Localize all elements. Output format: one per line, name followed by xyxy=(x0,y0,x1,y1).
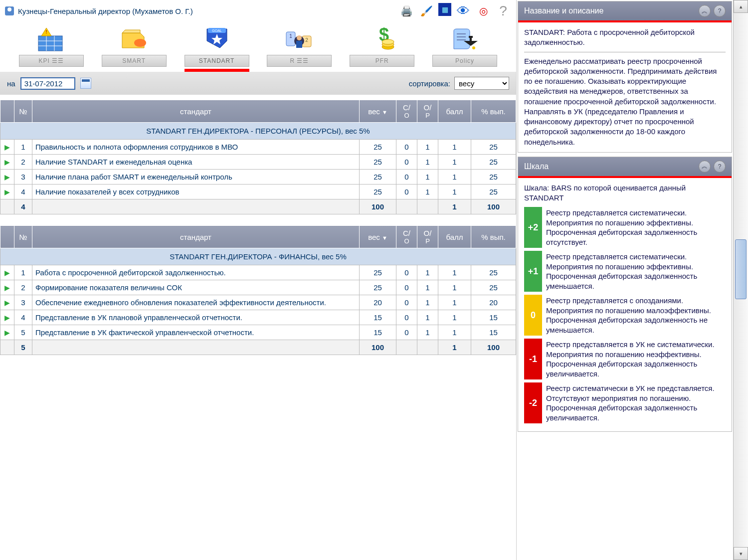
page-title: Кузнецы-Генеральный директор (Мухаметов … xyxy=(18,7,193,15)
row-num: 3 xyxy=(14,170,32,185)
row-weight: 25 xyxy=(360,280,396,295)
row-num: 2 xyxy=(14,155,32,170)
eye-icon[interactable]: 👁 xyxy=(455,3,471,19)
col-weight[interactable]: вес ▼ xyxy=(360,226,396,248)
play-icon[interactable]: ▶ xyxy=(0,185,14,199)
col-weight[interactable]: вес ▼ xyxy=(360,100,396,123)
row-num: 1 xyxy=(14,265,32,280)
widget-scale-header: Шкала ︽ ? xyxy=(518,157,732,176)
tab-pfr-label: PFR xyxy=(350,55,414,67)
table-row[interactable]: ▶5Представление в УК фактической управле… xyxy=(0,325,516,340)
calendar-icon[interactable] xyxy=(80,78,91,89)
side-panel: Название и описание ︽ ? STANDART: Работа… xyxy=(516,0,733,560)
svg-point-21 xyxy=(382,39,394,44)
tab-standart[interactable]: GOAL STANDART xyxy=(182,25,252,72)
row-name: Обеспечение ежедневного обновления показ… xyxy=(32,295,360,310)
table-row[interactable]: ▶3Наличие плана работ SMART и еженедельн… xyxy=(0,170,516,185)
row-op: 1 xyxy=(417,310,438,325)
scale-text: Реестр представляется в УК не систематич… xyxy=(546,339,726,379)
col-so: С/О xyxy=(396,100,417,123)
print-icon[interactable]: 🖨️ xyxy=(398,3,414,19)
widget-description-title: Название и описание xyxy=(524,6,603,15)
play-icon[interactable]: ▶ xyxy=(0,170,14,185)
play-icon[interactable]: ▶ xyxy=(0,295,14,310)
row-weight: 15 xyxy=(360,310,396,325)
policy-icon xyxy=(447,25,482,53)
tab-kpi[interactable]: ! KPI ☰☰ xyxy=(16,25,86,72)
row-score: 1 xyxy=(438,185,471,199)
target-icon[interactable]: ◎ xyxy=(475,3,491,19)
row-pct: 25 xyxy=(471,140,516,155)
table-row[interactable]: ▶2Формирование показателя величины СОК25… xyxy=(0,280,516,295)
widget-description-header: Название и описание ︽ ? xyxy=(518,1,732,20)
scale-row: -1Реестр представляется в УК не системат… xyxy=(524,339,726,379)
scroll-down-icon[interactable]: ▾ xyxy=(734,547,748,560)
scale-badge: +1 xyxy=(524,251,542,292)
sort-desc-icon: ▼ xyxy=(382,235,387,241)
desc-title: STANDART: Работа с просроченной дебиторс… xyxy=(524,27,726,48)
row-weight: 25 xyxy=(360,140,396,155)
screen-icon[interactable]: ▦ xyxy=(438,3,451,16)
tab-kpi-label: KPI ☰☰ xyxy=(19,55,84,67)
scale-badge: +2 xyxy=(524,207,542,248)
table-row[interactable]: ▶4Наличие показателей у всех сотрудников… xyxy=(0,185,516,199)
brush-icon[interactable]: 🖌️ xyxy=(418,3,434,19)
scale-row: +1Реестр представляется систематически. … xyxy=(524,251,726,292)
row-op: 1 xyxy=(417,265,438,280)
table-row[interactable]: ▶1Работа с просроченной дебиторской задо… xyxy=(0,265,516,280)
svg-text:2: 2 xyxy=(306,37,309,43)
tab-smart[interactable]: SMART xyxy=(99,25,169,72)
widget-scale-title: Шкала xyxy=(524,162,549,171)
play-icon[interactable]: ▶ xyxy=(0,310,14,325)
tab-policy[interactable]: Policy xyxy=(430,25,500,72)
row-op: 1 xyxy=(417,155,438,170)
tab-r[interactable]: 12 R ☰☰ xyxy=(264,25,334,72)
tab-smart-label: SMART xyxy=(102,55,167,67)
date-input[interactable]: 31-07-2012 xyxy=(20,77,75,90)
title-toolbar: 🖨️ 🖌️ ▦ 👁 ◎ ? xyxy=(398,3,511,19)
play-icon[interactable]: ▶ xyxy=(0,280,14,295)
sort-desc-icon: ▼ xyxy=(382,109,387,115)
scrollbar-vertical[interactable]: ▴ ▾ xyxy=(733,0,748,560)
date-label: на xyxy=(7,79,15,88)
collapse-icon[interactable]: ︽ xyxy=(699,5,711,17)
row-weight: 15 xyxy=(360,325,396,340)
row-pct: 25 xyxy=(471,265,516,280)
table-row[interactable]: ▶1Правильность и полнота оформления сотр… xyxy=(0,140,516,155)
filter-bar: на 31-07-2012 сортировка: весу xyxy=(0,72,516,95)
play-icon[interactable]: ▶ xyxy=(0,265,14,280)
scroll-thumb[interactable] xyxy=(735,239,747,299)
row-name: Наличие плана работ SMART и еженедельный… xyxy=(32,170,360,185)
help-widget-icon[interactable]: ? xyxy=(714,161,726,173)
svg-text:!: ! xyxy=(45,29,47,35)
row-op: 1 xyxy=(417,170,438,185)
row-score: 1 xyxy=(438,140,471,155)
help-icon[interactable]: ? xyxy=(495,3,511,19)
row-score: 1 xyxy=(438,310,471,325)
scale-text: Реестр представляется систематически. Ме… xyxy=(546,251,726,292)
collapse-icon[interactable]: ︽ xyxy=(699,161,711,173)
scale-row: 0Реестр представляется с опозданиями. Ме… xyxy=(524,295,726,336)
scroll-up-icon[interactable]: ▴ xyxy=(734,0,748,13)
row-pct: 25 xyxy=(471,280,516,295)
row-score: 1 xyxy=(438,295,471,310)
row-op: 1 xyxy=(417,185,438,199)
row-name: Наличие показателей у всех сотрудников xyxy=(32,185,360,199)
tab-pfr[interactable]: $ PFR xyxy=(347,25,417,72)
tab-r-label: R ☰☰ xyxy=(267,55,332,67)
row-weight: 25 xyxy=(360,155,396,170)
section-header-2: STANDART ГЕН.ДИРЕКТОРА - ФИНАНСЫ, вес 5% xyxy=(0,248,516,265)
table-row[interactable]: ▶4Представление в УК плановой управленче… xyxy=(0,310,516,325)
col-num: № xyxy=(14,226,32,248)
col-so: С/О xyxy=(396,226,417,248)
play-icon[interactable]: ▶ xyxy=(0,155,14,170)
play-icon[interactable]: ▶ xyxy=(0,325,14,340)
help-widget-icon[interactable]: ? xyxy=(714,5,726,17)
table-row[interactable]: ▶3Обеспечение ежедневного обновления пок… xyxy=(0,295,516,310)
svg-point-16 xyxy=(297,35,302,40)
svg-rect-0 xyxy=(38,36,62,51)
sort-select[interactable]: весу xyxy=(454,77,509,90)
play-icon[interactable]: ▶ xyxy=(0,140,14,155)
table-row[interactable]: ▶2Наличие STANDART и еженедельная оценка… xyxy=(0,155,516,170)
table-header: № стандарт вес ▼ С/О О/Р балл % вып. xyxy=(0,226,516,248)
